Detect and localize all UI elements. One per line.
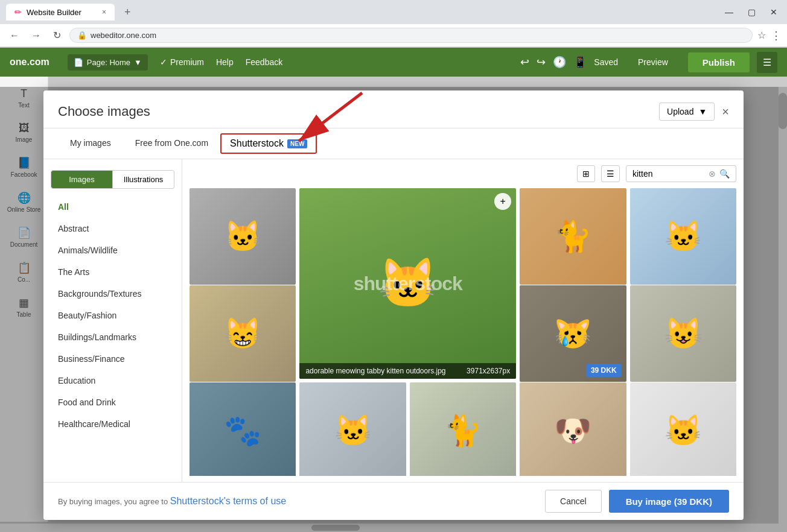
terms-row: By buying images, you agree to Shutterst…	[58, 496, 286, 507]
category-animals[interactable]: Animals/Wildlife	[43, 239, 182, 261]
footer-buttons: Cancel Buy image (39 DKK)	[545, 490, 729, 513]
image-13[interactable]: 🐈	[410, 382, 516, 476]
dog-emoji-14: 🐶	[554, 413, 591, 448]
image-5[interactable]: 🐱	[630, 188, 736, 285]
tab-my-images[interactable]: My images	[58, 131, 123, 156]
image-15[interactable]: 🐱	[630, 382, 736, 476]
redo-button[interactable]: ↪	[537, 55, 546, 69]
category-sidebar: Images Illustrations All Abstract Animal…	[43, 159, 182, 482]
address-input[interactable]	[91, 31, 745, 40]
bookmark-button[interactable]: ☆	[757, 30, 766, 41]
maximize-button[interactable]: ▢	[744, 6, 759, 18]
app-toolbar: one.com 📄 Page: Home ▼ ✓ Premium Help Fe…	[0, 48, 787, 77]
modal-header: Choose images Upload ▼ ×	[43, 90, 744, 128]
image-10[interactable]: 😺	[630, 285, 736, 382]
terms-text: By buying images, you agree to	[58, 497, 170, 506]
window-controls: — ▢ ✕	[721, 6, 781, 18]
category-education[interactable]: Education	[43, 370, 182, 391]
image-6[interactable]: 😸	[190, 285, 296, 382]
search-input[interactable]	[632, 169, 705, 179]
image-11[interactable]: 🐾	[190, 382, 296, 476]
saved-status: Saved	[594, 57, 618, 67]
forward-button[interactable]: →	[28, 28, 45, 43]
toolbar-right: ↩ ↪ 🕐 📱 Saved Preview Publish ☰	[520, 52, 777, 73]
history-button[interactable]: 🕐	[553, 55, 566, 69]
image-grid-area: ⊞ ☰ ⊗ 🔍 🐱	[182, 159, 744, 482]
category-buildings[interactable]: Buildings/Landmarks	[43, 326, 182, 348]
back-button[interactable]: ←	[6, 28, 23, 43]
cat-emoji-12: 🐱	[334, 413, 372, 448]
cat-emoji-15: 🐱	[664, 413, 702, 448]
navigation-bar: ← → ↻ 🔒 ☆ ⋮	[0, 24, 787, 47]
tab-free[interactable]: Free from One.com	[123, 131, 220, 156]
minimize-button[interactable]: —	[721, 6, 737, 18]
grid-view-button[interactable]: ⊞	[577, 165, 595, 182]
search-box[interactable]: ⊗ 🔍	[626, 165, 736, 182]
page-dropdown-icon: ▼	[134, 58, 142, 67]
cat-emoji-11: 🐾	[224, 413, 261, 448]
premium-label: Premium	[170, 57, 204, 67]
zoom-button[interactable]: +	[494, 193, 511, 210]
active-tab[interactable]: ✏ Website Builder ×	[6, 4, 115, 21]
tab-close-icon[interactable]: ×	[102, 8, 106, 16]
modal-title: Choose images	[58, 104, 659, 119]
undo-button[interactable]: ↩	[520, 55, 529, 69]
search-go-button[interactable]: 🔍	[719, 169, 730, 179]
cat-emoji-5: 🐱	[664, 219, 702, 254]
image-4[interactable]: 🐈	[520, 188, 626, 285]
mobile-preview-button[interactable]: 📱	[573, 55, 587, 69]
images-tab[interactable]: Images	[51, 171, 112, 188]
tab-shutterstock[interactable]: Shutterstock NEW	[220, 133, 317, 154]
category-beauty[interactable]: Beauty/Fashion	[43, 305, 182, 326]
browser-menu-button[interactable]: ⋮	[771, 29, 781, 42]
tab-favicon: ✏	[14, 7, 22, 17]
page-selector[interactable]: 📄 Page: Home ▼	[68, 54, 148, 71]
address-bar[interactable]: 🔒	[69, 28, 753, 43]
image-filename: adorable meowing tabby kitten outdoors.j…	[305, 367, 445, 375]
premium-button[interactable]: ✓ Premium	[160, 57, 204, 67]
new-tab-button[interactable]: +	[119, 5, 136, 20]
publish-button[interactable]: Publish	[688, 52, 750, 72]
upload-dropdown[interactable]: Upload ▼	[659, 103, 715, 121]
category-arts[interactable]: The Arts	[43, 261, 182, 283]
image-grid: 🐱 shutterstock 🐱 adorable meowing tabby …	[190, 188, 736, 476]
category-healthcare[interactable]: Healthcare/Medical	[43, 413, 182, 435]
modal-close-button[interactable]: ×	[722, 105, 729, 119]
refresh-button[interactable]: ↻	[49, 28, 65, 43]
image-1[interactable]: 🐱	[190, 188, 296, 285]
cat-emoji-6: 😸	[224, 316, 261, 351]
feedback-button[interactable]: Feedback	[246, 57, 282, 67]
cat-emoji-10: 😺	[664, 316, 702, 351]
illustrations-tab[interactable]: Illustrations	[112, 171, 174, 188]
category-food[interactable]: Food and Drink	[43, 391, 182, 413]
category-abstract[interactable]: Abstract	[43, 218, 182, 239]
category-all[interactable]: All	[43, 196, 182, 218]
image-dimensions: 3971x2637px	[467, 367, 510, 375]
category-business[interactable]: Business/Finance	[43, 348, 182, 370]
source-tabs: My images Free from One.com Shutterstock…	[43, 128, 744, 159]
cat-emoji-13: 🐈	[444, 413, 482, 448]
search-clear-button[interactable]: ⊗	[709, 169, 716, 179]
cat-emoji-4: 🐈	[554, 219, 591, 254]
expanded-image[interactable]: shutterstock 🐱 adorable meowing tabby ki…	[299, 188, 516, 379]
image-12[interactable]: 🐱	[299, 382, 406, 476]
cancel-button[interactable]: Cancel	[545, 490, 602, 513]
modal-body: Images Illustrations All Abstract Animal…	[43, 159, 744, 482]
close-window-button[interactable]: ✕	[766, 6, 781, 18]
cat-emoji-9: 😿	[554, 316, 591, 351]
image-14[interactable]: 🐶	[520, 382, 626, 476]
lock-icon: 🔒	[77, 31, 87, 40]
help-button[interactable]: Help	[216, 57, 234, 67]
preview-button[interactable]: Preview	[625, 52, 681, 72]
image-9[interactable]: 😿 39 DKK	[520, 285, 626, 382]
buy-image-button[interactable]: Buy image (39 DKK)	[609, 490, 729, 513]
tab-title: Website Builder	[27, 8, 81, 17]
hamburger-menu-button[interactable]: ☰	[757, 52, 777, 73]
list-view-button[interactable]: ☰	[601, 165, 620, 182]
category-backgrounds[interactable]: Backgrounds/Textures	[43, 283, 182, 305]
image-type-tabs: Images Illustrations	[51, 170, 174, 189]
upload-dropdown-icon: ▼	[698, 107, 707, 116]
price-badge: 39 DKK	[586, 364, 622, 377]
cat-emoji-1: 🐱	[224, 219, 261, 254]
terms-link[interactable]: Shutterstock's terms of use	[170, 496, 286, 506]
